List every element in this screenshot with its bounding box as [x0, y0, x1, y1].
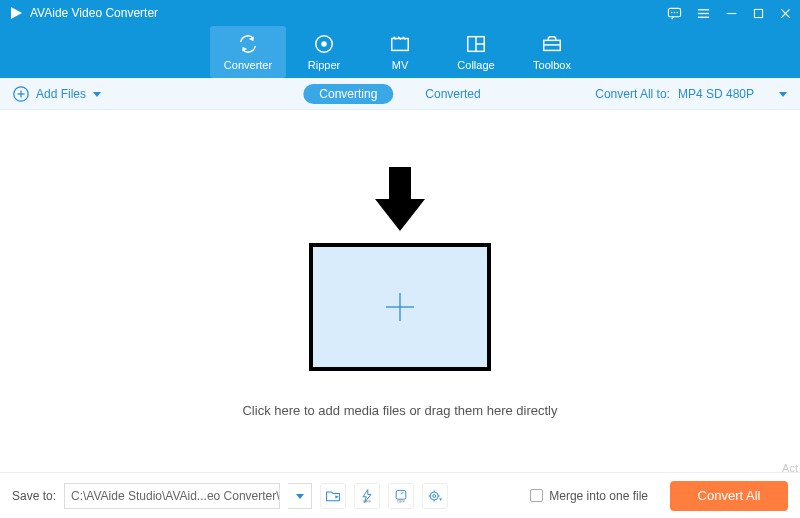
merge-checkbox[interactable]: Merge into one file — [530, 489, 648, 503]
convert-all-to-dropdown[interactable]: Convert All to: MP4 SD 480P — [595, 87, 788, 101]
tab-label: Collage — [457, 59, 494, 71]
tab-converter[interactable]: Converter — [210, 26, 286, 78]
main-tabs: Converter Ripper MV Collage Toolbox — [0, 26, 800, 78]
tab-label: Converter — [224, 59, 272, 71]
ripper-icon — [313, 33, 335, 55]
save-path-field[interactable]: C:\AVAide Studio\AVAid...eo Converter\Co… — [64, 483, 280, 509]
tab-label: MV — [392, 59, 409, 71]
open-folder-button[interactable] — [320, 483, 346, 509]
maximize-icon[interactable] — [752, 7, 765, 20]
svg-point-38 — [430, 492, 438, 500]
svg-text:OFF: OFF — [363, 499, 372, 504]
close-icon[interactable] — [779, 7, 792, 20]
gear-icon — [427, 488, 443, 504]
output-format-value: MP4 SD 480P — [678, 87, 754, 101]
collage-icon — [465, 33, 487, 55]
svg-point-2 — [671, 11, 673, 13]
svg-rect-16 — [392, 39, 409, 51]
svg-text:OFF: OFF — [397, 499, 406, 504]
folder-icon — [325, 488, 341, 504]
svg-marker-0 — [11, 7, 22, 19]
save-to-label: Save to: — [12, 489, 56, 503]
tab-converting[interactable]: Converting — [303, 84, 393, 104]
sub-toolbar: Add Files Converting Converted Convert A… — [0, 78, 800, 110]
toolbox-icon — [541, 33, 563, 55]
add-media-dropzone[interactable] — [309, 243, 491, 371]
svg-rect-9 — [754, 9, 762, 17]
convert-all-button[interactable]: Convert All — [670, 481, 788, 511]
app-logo-icon — [8, 5, 24, 21]
tab-label: Ripper — [308, 59, 340, 71]
minimize-icon[interactable] — [725, 7, 738, 20]
checkbox-icon — [530, 489, 543, 502]
svg-marker-28 — [375, 199, 425, 231]
add-files-label: Add Files — [36, 87, 86, 101]
svg-point-4 — [677, 11, 679, 13]
status-tabs: Converting Converted — [303, 84, 496, 104]
settings-button[interactable] — [422, 483, 448, 509]
svg-marker-25 — [93, 92, 101, 97]
window-controls — [667, 6, 792, 21]
svg-point-39 — [433, 494, 436, 497]
add-files-button[interactable]: Add Files — [12, 85, 102, 103]
svg-marker-31 — [296, 494, 304, 499]
tab-converted[interactable]: Converted — [409, 84, 496, 104]
speed-icon: OFF — [393, 488, 409, 504]
merge-label: Merge into one file — [549, 489, 648, 503]
plus-thin-icon — [382, 289, 418, 325]
menu-icon[interactable] — [696, 6, 711, 21]
app-title: AVAide Video Converter — [30, 6, 158, 20]
svg-marker-26 — [779, 92, 787, 97]
svg-rect-35 — [396, 490, 406, 499]
convert-all-to-label: Convert All to: — [595, 87, 670, 101]
tab-label: Toolbox — [533, 59, 571, 71]
feedback-icon[interactable] — [667, 6, 682, 21]
chevron-down-icon — [92, 89, 102, 99]
svg-line-36 — [401, 492, 403, 494]
high-speed-button[interactable]: OFF — [388, 483, 414, 509]
svg-point-3 — [674, 11, 676, 13]
tab-mv[interactable]: MV — [362, 26, 438, 78]
svg-point-15 — [321, 41, 327, 47]
tab-toolbox[interactable]: Toolbox — [514, 26, 590, 78]
svg-rect-27 — [389, 167, 411, 201]
drop-stage: Click here to add media files or drag th… — [0, 110, 800, 472]
svg-marker-32 — [335, 495, 338, 498]
save-path-dropdown[interactable] — [288, 483, 312, 509]
tab-ripper[interactable]: Ripper — [286, 26, 362, 78]
lightning-icon: OFF — [359, 488, 375, 504]
svg-marker-44 — [439, 498, 442, 500]
plus-circle-icon — [12, 85, 30, 103]
converter-icon — [237, 33, 259, 55]
bottom-toolbar: Save to: C:\AVAide Studio\AVAid...eo Con… — [0, 472, 800, 518]
drop-hint-text: Click here to add media files or drag th… — [242, 403, 557, 418]
mv-icon — [389, 33, 411, 55]
chevron-down-icon — [778, 89, 788, 99]
tab-collage[interactable]: Collage — [438, 26, 514, 78]
arrow-down-icon — [371, 165, 429, 235]
titlebar: AVAide Video Converter — [0, 0, 800, 26]
gpu-accel-button[interactable]: OFF — [354, 483, 380, 509]
